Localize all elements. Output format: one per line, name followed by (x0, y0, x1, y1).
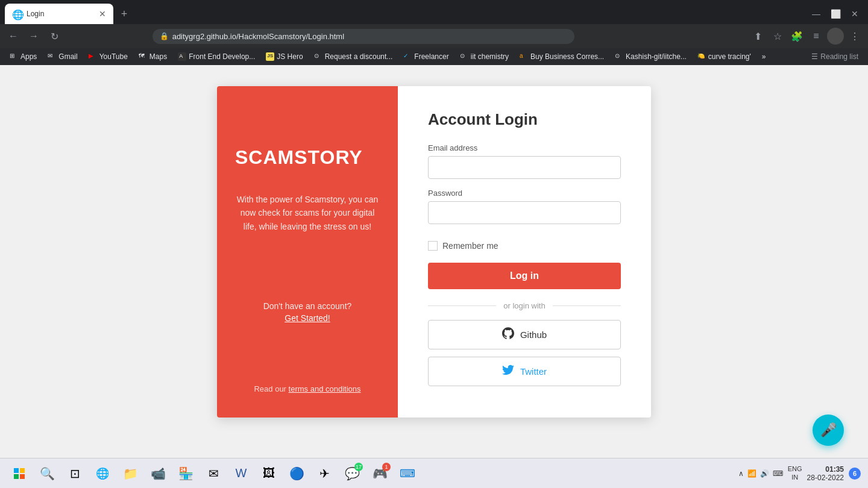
search-button[interactable]: 🔍 (35, 461, 59, 486)
discord-button[interactable]: 🎮 1 (368, 461, 392, 486)
bookmarks-bar: ⊞ Apps ✉ Gmail ▶ YouTube 🗺 Maps A Front … (0, 48, 868, 65)
bookmark-iitchem-label: iit chemistry (471, 52, 509, 61)
bookmark-jshero-label: JS Hero (277, 52, 303, 61)
page-content: SCAMSTORY With the power of Scamstory, y… (0, 65, 868, 451)
twitter-login-button[interactable]: Twitter (428, 357, 621, 386)
divider-left (428, 305, 496, 306)
menu-button[interactable]: ⋮ (846, 28, 863, 45)
remember-checkbox[interactable] (428, 241, 438, 251)
left-panel: SCAMSTORY With the power of Scamstory, y… (217, 86, 398, 418)
clock-time: 01:35 (807, 465, 844, 474)
url-bar[interactable]: 🔒 aditygrg2.github.io/HackmolScamstory/L… (153, 29, 574, 44)
divider-right (553, 305, 621, 306)
login-card: SCAMSTORY With the power of Scamstory, y… (217, 86, 651, 418)
discord-badge: 1 (382, 463, 391, 471)
bookmark-button[interactable]: ☆ (769, 28, 786, 45)
login-title: Account Login (428, 110, 621, 129)
back-button[interactable]: ← (5, 28, 22, 45)
taskbar: 🔍 ⊡ 🌐 📁 📹 🏪 ✉ W 🖼 🔵 ✈ 💬 17 🎮 1 ⌨ ∧ 📶 🔊 ⌨… (0, 458, 868, 488)
minimize-button[interactable]: — (808, 5, 825, 22)
bookmark-curve[interactable]: 🍋 curve tracing' (693, 51, 756, 63)
remember-me-group: Remember me (428, 241, 621, 251)
tab-close-btn[interactable]: ✕ (99, 9, 106, 19)
reading-list-icon: ☰ (811, 52, 818, 61)
notification-button[interactable]: 6 (849, 468, 861, 480)
bookmark-discount-label: Request a discount... (325, 52, 393, 61)
new-tab-button[interactable]: + (116, 5, 133, 22)
vscode-button[interactable]: ⌨ (395, 461, 420, 486)
twitter-icon (502, 364, 514, 379)
volume-icon[interactable]: 🔊 (760, 469, 769, 478)
microphone-icon: 🎤 (820, 422, 837, 438)
clock-date: 28-02-2022 (807, 474, 844, 482)
get-started-link[interactable]: Get Started! (263, 313, 352, 323)
kashish-icon: ⊙ (615, 52, 623, 61)
url-text: aditygrg2.github.io/HackmolScamstory/Log… (172, 32, 344, 41)
bookmark-frontend[interactable]: A Front End Develop... (173, 51, 260, 63)
photos-button[interactable]: 🖼 (257, 461, 281, 486)
maximize-button[interactable]: ⬜ (827, 5, 844, 22)
active-tab[interactable]: 🌐 Login ✕ (5, 4, 113, 24)
bookmark-amazon[interactable]: a Buy Business Corres... (515, 51, 609, 63)
reading-list-button[interactable]: ☰ Reading list (807, 51, 863, 63)
taskbar-right: ∧ 📶 🔊 ⌨ ENGIN 01:35 28-02-2022 6 (738, 465, 861, 482)
store-button[interactable]: 🏪 (174, 461, 198, 486)
email-input[interactable] (428, 156, 621, 179)
iitchem-icon: ⊙ (460, 52, 468, 61)
mail-button[interactable]: ✉ (201, 461, 225, 486)
edge-button[interactable]: 🌐 (90, 461, 115, 486)
telegram-button[interactable]: ✈ (312, 461, 336, 486)
profile-avatar[interactable] (827, 28, 844, 45)
explorer-button[interactable]: 📁 (118, 461, 142, 486)
terms-link[interactable]: terms and conditions (289, 384, 361, 393)
bookmark-youtube[interactable]: ▶ YouTube (84, 51, 133, 63)
bookmark-freelancer[interactable]: ✓ Freelancer (398, 51, 453, 63)
brand-title: SCAMSTORY (235, 146, 380, 169)
bookmark-curve-label: curve tracing' (708, 52, 751, 61)
start-button[interactable] (7, 461, 31, 486)
word-button[interactable]: W (229, 461, 253, 486)
task-view-button[interactable]: ⊡ (63, 461, 87, 486)
youtube-icon: ▶ (89, 52, 97, 61)
microphone-fab[interactable]: 🎤 (813, 414, 844, 446)
arrow-up-icon[interactable]: ∧ (738, 469, 744, 478)
chrome-button[interactable]: 🔵 (285, 461, 309, 486)
discount-icon: ⊙ (314, 52, 322, 61)
window-controls: — ⬜ ✕ (808, 5, 863, 22)
amazon-icon: a (520, 52, 528, 61)
bookmark-kashish[interactable]: ⊙ Kashish-git/iitche... (610, 51, 691, 63)
bookmark-amazon-label: Buy Business Corres... (530, 52, 604, 61)
system-clock: 01:35 28-02-2022 (807, 465, 844, 482)
bookmark-youtube-label: YouTube (99, 52, 128, 61)
bookmark-apps[interactable]: ⊞ Apps (5, 51, 42, 63)
reload-button[interactable]: ↻ (46, 28, 63, 45)
curve-icon: 🍋 (697, 52, 706, 61)
share-button[interactable]: ⬆ (750, 28, 767, 45)
bookmark-iitchem[interactable]: ⊙ iit chemistry (455, 51, 514, 63)
bookmark-jshero[interactable]: JS JS Hero (261, 51, 307, 63)
maps-icon: 🗺 (139, 52, 147, 61)
github-button-label: Github (520, 330, 547, 340)
forward-button[interactable]: → (25, 28, 42, 45)
svg-rect-3 (20, 474, 25, 479)
terms-section: Read our terms and conditions (254, 384, 360, 393)
close-button[interactable]: ✕ (846, 5, 863, 22)
terms-prefix: Read our (254, 384, 288, 393)
bookmark-maps[interactable]: 🗺 Maps (134, 51, 172, 63)
tab-title: Login (27, 10, 94, 18)
bookmark-discount[interactable]: ⊙ Request a discount... (309, 51, 398, 63)
bookmark-gmail[interactable]: ✉ Gmail (43, 51, 82, 63)
extensions-button[interactable]: 🧩 (788, 28, 805, 45)
jshero-icon: JS (266, 52, 274, 61)
more-bookmarks-icon: » (762, 52, 766, 61)
zoom-button[interactable]: 📹 (146, 461, 170, 486)
whatsapp-button[interactable]: 💬 17 (340, 461, 364, 486)
toolbar-right: ⬆ ☆ 🧩 ≡ ⋮ (750, 28, 863, 45)
github-login-button[interactable]: Github (428, 320, 621, 349)
bookmark-more[interactable]: » (757, 51, 771, 63)
cast-button[interactable]: ≡ (808, 28, 825, 45)
password-input[interactable] (428, 201, 621, 224)
login-button[interactable]: Log in (428, 263, 621, 289)
browser-chrome: 🌐 Login ✕ + — ⬜ ✕ ← → ↻ 🔒 aditygrg2.gith… (0, 0, 868, 65)
svg-rect-0 (14, 468, 19, 473)
